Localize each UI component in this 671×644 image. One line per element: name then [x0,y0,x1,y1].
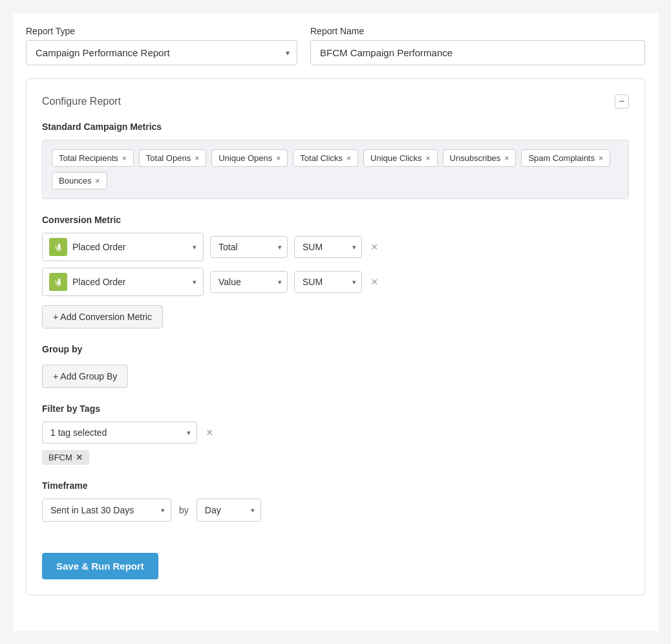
metrics-tags: Total Recipients×Total Opens×Unique Open… [52,149,619,189]
metric-tag-label: Unique Opens [218,153,272,163]
metric-tag: Unsubscribes× [443,149,517,167]
remove-metric-icon[interactable]: × [96,177,100,186]
aggregation-select-1[interactable]: SUM [294,271,362,293]
metrics-container: Total Recipients×Total Opens×Unique Open… [42,140,629,199]
metric-select-wrapper-1: Value ▾ [210,271,288,293]
metric-tag: Unique Clicks× [363,149,438,167]
metric-tag-label: Spam Complaints [528,153,595,163]
configure-title: Configure Report [42,96,121,107]
remove-metric-icon[interactable]: × [276,154,281,163]
report-type-select-wrapper: Campaign Performance Report ▾ [26,40,297,65]
remove-metric-icon[interactable]: × [599,154,603,163]
page-container: Report Type Campaign Performance Report … [13,13,658,631]
remove-conversion-row-button-0[interactable]: × [368,241,381,253]
aggregation-select-0[interactable]: SUM [294,236,362,258]
metric-select-wrapper-0: Total ▾ [210,236,288,258]
svg-point-2 [57,284,58,286]
standard-metrics-section: Standard Campaign Metrics Total Recipien… [42,122,629,199]
configure-header: Configure Report − [42,94,629,109]
filter-by-tags-label: Filter by Tags [42,403,629,414]
collapse-button[interactable]: − [615,94,629,109]
standard-metrics-label: Standard Campaign Metrics [42,122,629,132]
conversion-event-label-0: Placed Order [72,242,187,252]
conversion-event-select-1[interactable]: Placed Order ▾ [42,268,204,296]
metric-select-1[interactable]: Value [210,271,288,293]
metric-tag-label: Total Recipients [59,153,118,163]
timeframe-label: Timeframe [42,480,629,491]
conversion-metric-label: Conversion Metric [42,215,629,225]
metric-tag-label: Bounces [59,176,92,186]
aggregation-select-wrapper-1: SUM ▾ [294,271,362,293]
timeframe-select[interactable]: Sent in Last 30 Days [42,499,171,522]
report-type-group: Report Type Campaign Performance Report … [26,26,297,65]
svg-point-0 [57,250,58,251]
save-run-report-button[interactable]: Save & Run Report [42,553,158,579]
filter-by-tags-section: Filter by Tags 1 tag selected ▾ × BFCM✕ [42,403,629,465]
report-name-input[interactable] [310,40,645,65]
conversion-event-chevron-icon-1: ▾ [193,278,197,286]
tag-chips-container: BFCM✕ [42,450,629,465]
remove-metric-icon[interactable]: × [504,154,509,163]
report-name-group: Report Name [310,26,645,65]
conversion-metric-section: Conversion Metric Placed Order ▾ Tota [42,215,629,328]
remove-tag-filter-button[interactable]: × [204,427,216,438]
conversion-row: Placed Order ▾ Value ▾ SUM ▾ × [42,268,629,296]
tag-chip-label: BFCM [48,453,72,462]
svg-point-3 [59,284,60,286]
conversion-row: Placed Order ▾ Total ▾ SUM ▾ × [42,233,629,261]
shopify-icon-1 [49,273,67,291]
svg-point-1 [59,250,60,251]
report-type-label: Report Type [26,26,297,36]
metric-tag: Unique Opens× [211,149,288,167]
metric-tag: Bounces× [52,172,107,189]
conversion-event-chevron-icon-0: ▾ [193,243,197,252]
metric-tag-label: Unsubscribes [450,153,501,163]
timeframe-row: Sent in Last 30 Days ▾ by Day ▾ [42,499,629,522]
remove-metric-icon[interactable]: × [195,154,199,163]
metric-tag-label: Total Clicks [300,153,343,163]
remove-metric-icon[interactable]: × [346,154,351,163]
metric-tag-label: Unique Clicks [370,153,421,163]
conversion-event-select-0[interactable]: Placed Order ▾ [42,233,204,261]
group-by-label: Group by [42,344,629,354]
add-conversion-metric-button[interactable]: + Add Conversion Metric [42,305,163,328]
metric-select-0[interactable]: Total [210,236,288,258]
conversion-event-label-1: Placed Order [72,277,187,287]
add-group-by-button[interactable]: + Add Group By [42,365,128,388]
remove-tag-chip-icon[interactable]: ✕ [76,453,83,462]
remove-conversion-row-button-1[interactable]: × [368,276,381,288]
report-type-select[interactable]: Campaign Performance Report [26,40,297,65]
metric-tag-label: Total Opens [146,153,191,163]
timeframe-section: Timeframe Sent in Last 30 Days ▾ by Day … [42,480,629,522]
filter-tags-row: 1 tag selected ▾ × [42,422,629,444]
timeframe-by-wrapper: Day ▾ [197,499,261,522]
metric-tag: Total Opens× [139,149,206,167]
metric-tag: Total Clicks× [293,149,358,167]
by-label: by [179,505,189,515]
remove-metric-icon[interactable]: × [426,154,431,163]
report-name-label: Report Name [310,26,645,36]
timeframe-by-select[interactable]: Day [197,499,261,522]
group-by-section: Group by + Add Group By [42,344,629,388]
collapse-icon: − [619,96,624,107]
conversion-rows: Placed Order ▾ Total ▾ SUM ▾ × [42,233,629,296]
timeframe-main-wrapper: Sent in Last 30 Days ▾ [42,499,171,522]
configure-card: Configure Report − Standard Campaign Met… [26,78,645,596]
remove-metric-icon[interactable]: × [122,154,127,163]
top-row: Report Type Campaign Performance Report … [26,26,645,65]
metric-tag: Total Recipients× [52,149,134,167]
aggregation-select-wrapper-0: SUM ▾ [294,236,362,258]
tag-select[interactable]: 1 tag selected [42,422,197,444]
shopify-icon-0 [49,238,67,256]
tag-select-wrapper: 1 tag selected ▾ [42,422,197,444]
tag-chip: BFCM✕ [42,450,89,465]
metric-tag: Spam Complaints× [521,149,610,167]
